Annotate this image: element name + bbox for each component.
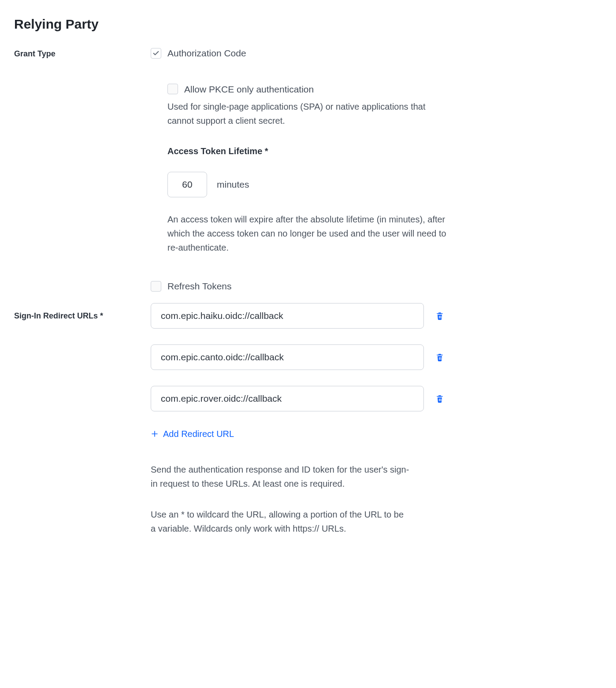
redirect-url-input[interactable] [151,344,424,370]
redirect-url-input[interactable] [151,386,424,411]
delete-redirect-url-button[interactable] [434,309,446,322]
pkce-hint: Used for single-page applications (SPA) … [167,100,449,128]
pkce-checkbox[interactable] [167,84,178,94]
redirect-desc-2: Use an * to wildcard the URL, allowing a… [151,507,411,536]
lifetime-hint: An access token will expire after the ab… [167,212,449,255]
grant-type-label: Grant Type [14,46,151,60]
access-token-lifetime-input[interactable] [167,172,207,197]
add-redirect-url-label: Add Redirect URL [163,429,234,439]
plus-icon [151,430,159,438]
authorization-code-checkbox[interactable] [151,48,161,59]
redirect-urls-label: Sign-In Redirect URLs * [14,303,151,322]
trash-icon [435,352,444,362]
delete-redirect-url-button[interactable] [434,392,446,405]
trash-icon [435,311,444,321]
add-redirect-url-button[interactable]: Add Redirect URL [151,429,234,439]
redirect-url-input[interactable] [151,303,424,329]
redirect-desc-1: Send the authentication response and ID … [151,462,411,491]
authorization-code-label: Authorization Code [167,46,246,60]
pkce-label: Allow PKCE only authentication [184,82,314,96]
refresh-tokens-label: Refresh Tokens [167,279,232,293]
delete-redirect-url-button[interactable] [434,351,446,364]
page-title: Relying Party [14,14,602,34]
trash-icon [435,394,444,403]
lifetime-unit: minutes [217,178,249,192]
access-token-lifetime-label: Access Token Lifetime * [167,144,602,158]
check-icon [152,50,160,57]
refresh-tokens-checkbox[interactable] [151,281,161,292]
